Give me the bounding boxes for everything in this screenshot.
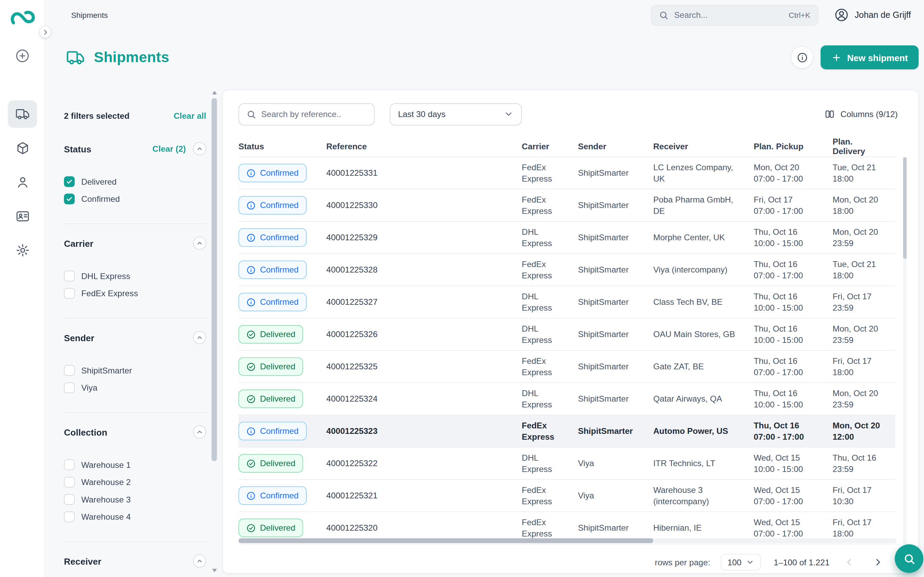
table-row[interactable]: Confirmed 40001225327 DHL Express Shipit… bbox=[238, 286, 895, 319]
next-page-button[interactable] bbox=[869, 553, 887, 571]
column-header-sender[interactable]: Sender bbox=[578, 142, 653, 151]
filter-option-fedex-express[interactable]: FedEx Express bbox=[64, 286, 206, 301]
column-header-reference[interactable]: Reference bbox=[326, 142, 522, 151]
reference-cell: 40001225324 bbox=[326, 389, 522, 408]
collapse-collection-button[interactable] bbox=[193, 425, 206, 438]
pickup-date: Thu, Oct 16 bbox=[754, 388, 824, 399]
filter-option-delivered[interactable]: Delivered bbox=[64, 174, 206, 189]
checkbox-unchecked[interactable] bbox=[64, 494, 74, 504]
filter-option-warehouse-1[interactable]: Warehouse 1 bbox=[64, 458, 206, 472]
filter-option-warehouse-4[interactable]: Warehouse 4 bbox=[64, 510, 206, 524]
clear-all-filters-link[interactable]: Clear all bbox=[174, 111, 206, 121]
table-row[interactable]: Delivered 40001225325 FedEx Express Ship… bbox=[238, 351, 895, 383]
vertical-scrollbar-thumb[interactable] bbox=[211, 98, 217, 461]
shipments-card: Last 30 days Columns (9/12) Status Refer… bbox=[223, 90, 919, 574]
column-header-plan-delivery[interactable]: Plan. Delivery bbox=[833, 137, 895, 156]
scroll-up-arrow[interactable] bbox=[212, 91, 217, 94]
carrier-cell: DHL Express bbox=[522, 222, 578, 253]
delivery-time: 18:00 bbox=[833, 367, 887, 377]
status-label: Confirmed bbox=[260, 264, 298, 275]
sidebar-expand-button[interactable] bbox=[39, 26, 52, 39]
filter-option-warehouse-2[interactable]: Warehouse 2 bbox=[64, 475, 206, 490]
delivery-time: 18:00 bbox=[833, 528, 887, 539]
filter-option-shipitsmarter[interactable]: ShipitSmarter bbox=[64, 363, 206, 377]
global-search-input[interactable] bbox=[674, 10, 783, 20]
global-search[interactable]: Ctrl+K bbox=[651, 5, 818, 26]
filter-option-warehouse-3[interactable]: Warehouse 3 bbox=[64, 492, 206, 507]
filter-option-label: DHL Express bbox=[81, 271, 131, 281]
collapse-status-button[interactable] bbox=[193, 142, 206, 155]
pickup-cell: Thu, Oct 16 07:00 - 17:00 bbox=[754, 416, 833, 446]
sidebar-item-orders[interactable] bbox=[8, 135, 37, 162]
filter-section-title: Status bbox=[64, 144, 91, 154]
table-row[interactable]: Confirmed 40001225331 FedEx Express Ship… bbox=[238, 157, 895, 190]
checkbox-unchecked[interactable] bbox=[64, 271, 74, 281]
pickup-cell: Thu, Oct 16 07:00 - 17:00 bbox=[754, 351, 833, 382]
table-row[interactable]: Confirmed 40001225323 FedEx Express Ship… bbox=[238, 415, 895, 448]
page-info-button[interactable] bbox=[791, 46, 813, 69]
sidebar-item-settings[interactable] bbox=[8, 237, 37, 264]
status-badge: Confirmed bbox=[238, 293, 306, 311]
table-hscroll-thumb[interactable] bbox=[238, 538, 653, 543]
rows-per-page-select[interactable]: 100 bbox=[721, 554, 761, 571]
carrier-cell: DHL Express bbox=[522, 319, 578, 350]
info-icon bbox=[246, 491, 256, 500]
checkbox-checked[interactable] bbox=[64, 193, 74, 204]
table-row[interactable]: Confirmed 40001225321 FedEx Express Viya… bbox=[238, 480, 895, 512]
table-row[interactable]: Delivered 40001225326 DHL Express Shipit… bbox=[238, 319, 895, 351]
create-new-button[interactable] bbox=[15, 48, 31, 64]
table-vscroll-thumb[interactable] bbox=[903, 157, 906, 259]
filter-section-title: Carrier bbox=[64, 238, 94, 248]
checkbox-checked[interactable] bbox=[64, 176, 74, 187]
page-vertical-scrollbar[interactable] bbox=[211, 90, 218, 574]
filter-option-viya[interactable]: Viya bbox=[64, 381, 206, 395]
clear-status-filter-link[interactable]: Clear (2) bbox=[152, 144, 186, 153]
reference-search[interactable] bbox=[238, 103, 375, 125]
reference-search-input[interactable] bbox=[261, 110, 367, 119]
app-logo[interactable] bbox=[10, 8, 35, 27]
sidebar-item-contacts[interactable] bbox=[8, 203, 37, 230]
column-header-receiver[interactable]: Receiver bbox=[653, 142, 753, 151]
table-row[interactable]: Delivered 40001225322 DHL Express Viya I… bbox=[238, 448, 895, 480]
table-horizontal-scrollbar[interactable] bbox=[238, 538, 896, 543]
status-cell: Delivered bbox=[238, 353, 326, 380]
checkbox-unchecked[interactable] bbox=[64, 511, 74, 522]
collapse-sender-button[interactable] bbox=[193, 331, 206, 344]
column-header-status[interactable]: Status bbox=[238, 142, 326, 151]
new-shipment-button[interactable]: New shipment bbox=[821, 45, 919, 69]
status-badge: Delivered bbox=[238, 325, 303, 343]
table-row[interactable]: Confirmed 40001225330 FedEx Express Ship… bbox=[238, 190, 895, 222]
collapse-carrier-button[interactable] bbox=[193, 237, 206, 250]
collapse-receiver-button[interactable] bbox=[193, 554, 206, 567]
sidebar-item-shipments[interactable] bbox=[8, 100, 37, 128]
status-label: Confirmed bbox=[260, 297, 298, 308]
column-header-plan-pickup[interactable]: Plan. Pickup bbox=[754, 142, 833, 151]
table-row[interactable]: Confirmed 40001225328 FedEx Express Ship… bbox=[238, 254, 895, 286]
filter-option-confirmed[interactable]: Confirmed bbox=[64, 192, 206, 206]
checkbox-unchecked[interactable] bbox=[64, 382, 74, 393]
table-row[interactable]: Delivered 40001225324 DHL Express Shipit… bbox=[238, 383, 895, 415]
date-range-select[interactable]: Last 30 days bbox=[390, 103, 522, 125]
package-icon bbox=[15, 141, 29, 155]
checkbox-unchecked[interactable] bbox=[64, 459, 74, 470]
filter-option-dhl-express[interactable]: DHL Express bbox=[64, 269, 206, 283]
floating-search-button[interactable] bbox=[895, 545, 924, 573]
delivery-date: Mon, Oct 20 bbox=[833, 388, 887, 399]
scroll-down-arrow[interactable] bbox=[212, 569, 217, 572]
previous-page-button[interactable] bbox=[840, 553, 858, 571]
table-footer: rows per page: 100 1–100 of 1.221 bbox=[238, 550, 887, 574]
sidebar-item-pickup[interactable] bbox=[8, 169, 37, 196]
columns-button[interactable]: Columns (9/12) bbox=[820, 105, 902, 123]
info-icon bbox=[246, 426, 256, 436]
checkbox-unchecked[interactable] bbox=[64, 365, 74, 376]
table-vertical-scrollbar[interactable] bbox=[903, 157, 906, 545]
chevron-down-icon bbox=[504, 110, 513, 119]
table-row[interactable]: Confirmed 40001225329 DHL Express Shipit… bbox=[238, 222, 895, 254]
user-menu[interactable]: Johan de Grijff bbox=[834, 7, 911, 23]
sender-cell: ShipitSmarter bbox=[578, 260, 653, 279]
checkbox-unchecked[interactable] bbox=[64, 477, 74, 487]
page-title: Shipments bbox=[94, 49, 169, 66]
status-cell: Confirmed bbox=[238, 224, 326, 251]
column-header-carrier[interactable]: Carrier bbox=[522, 142, 578, 151]
checkbox-unchecked[interactable] bbox=[64, 288, 74, 299]
